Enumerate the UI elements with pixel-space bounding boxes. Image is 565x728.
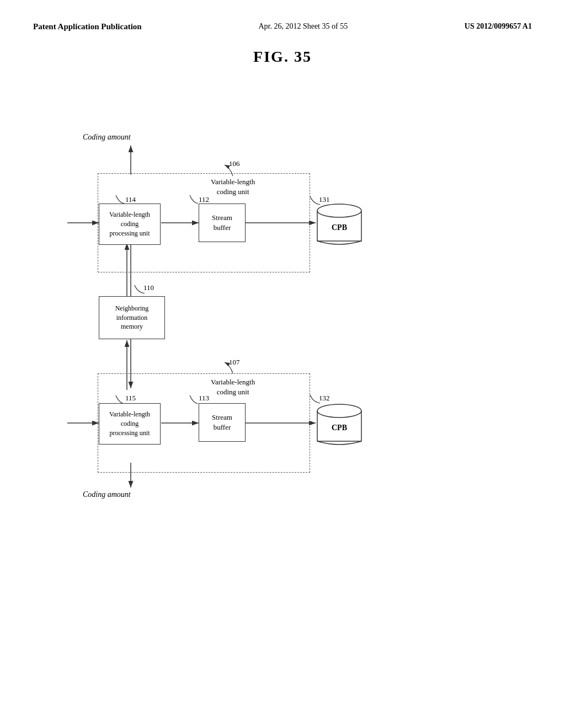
svg-point-15 [317,204,361,217]
coding-amount-top-label: Coding amount [83,133,131,142]
stream-buffer-bottom: Streambuffer [199,403,246,442]
header-right: US 2012/0099657 A1 [465,22,532,31]
vl-coding-unit-top-label: Variable-lengthcoding unit [211,177,255,197]
vl-coding-proc-unit-top: Variable-lengthcodingprocessing unit [99,204,161,245]
cpb-bottom-svg: CPB [315,401,364,451]
stream-buffer-top: Streambuffer [199,204,246,242]
cpb-bottom-container: CPB [315,401,364,451]
neighboring-info-memory: Neighboringinformationmemory [99,296,165,339]
svg-point-18 [317,404,361,417]
cpb-top-svg: CPB [315,201,364,250]
header-left: Patent Application Publication [33,22,142,31]
page: Patent Application Publication Apr. 26, … [0,0,565,728]
svg-text:CPB: CPB [332,223,347,232]
figure-title: FIG. 35 [33,48,532,66]
ref-110-arrow [129,282,151,296]
header: Patent Application Publication Apr. 26, … [33,22,532,31]
vl-coding-unit-bottom-label: Variable-lengthcoding unit [211,377,255,397]
header-center: Apr. 26, 2012 Sheet 35 of 55 [258,22,348,31]
diagram: Coding amount 106 Variable-lengthcoding … [45,88,520,584]
svg-text:CPB: CPB [332,424,347,432]
coding-amount-bottom-label: Coding amount [83,490,131,499]
cpb-top-container: CPB [315,201,364,250]
vl-coding-proc-unit-bottom: Variable-lengthcodingprocessing unit [99,403,161,445]
